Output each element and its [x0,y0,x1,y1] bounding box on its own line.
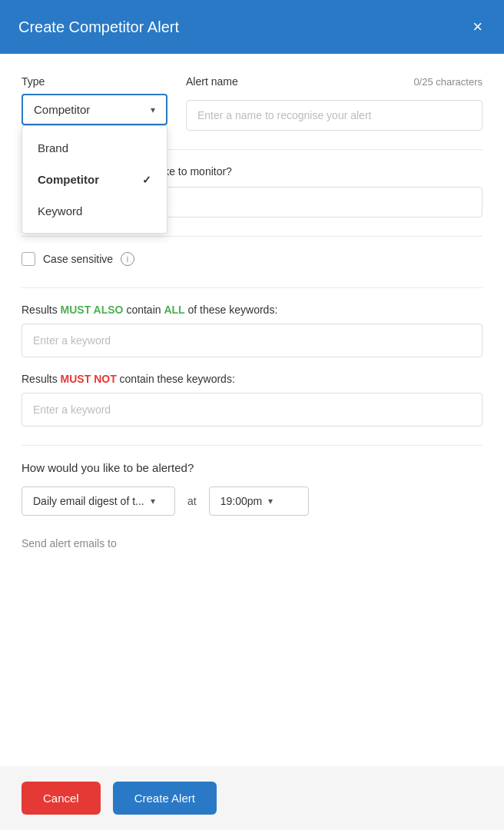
alert-method-row: Daily email digest of t... ▾ at 19:00pm … [22,486,482,516]
type-dropdown-menu: Brand Competitor ✓ Keyword [22,125,167,234]
alert-method-label: How would you like to be alerted? [22,461,482,474]
dropdown-item-keyword[interactable]: Keyword [22,195,167,227]
time-chevron-icon: ▾ [268,496,273,506]
digest-label: Daily email digest of t... [33,495,144,507]
alert-name-field-group: Alert name 0/25 characters [186,75,482,131]
dropdown-item-competitor[interactable]: Competitor ✓ [22,164,167,195]
divider-3 [22,287,482,288]
cancel-button[interactable]: Cancel [22,782,101,815]
at-label: at [187,495,197,507]
time-select-button[interactable]: 19:00pm ▾ [209,486,309,516]
dropdown-item-competitor-label: Competitor [38,173,99,186]
create-alert-button[interactable]: Create Alert [113,782,217,815]
dropdown-item-keyword-label: Keyword [38,204,82,217]
send-to-label: Send alert emails to [22,537,482,549]
check-icon: ✓ [142,174,151,186]
modal-title: Create Competitor Alert [18,18,179,36]
type-select-wrapper: Competitor ▾ Brand Competitor ✓ Ke [22,94,167,125]
alert-name-input[interactable] [186,100,482,131]
modal-body: Type Competitor ▾ Brand Competitor ✓ [0,54,504,766]
type-selected-value: Competitor [34,103,90,116]
alert-name-label: Alert name [186,75,238,88]
close-button[interactable]: × [469,15,486,38]
info-icon[interactable]: i [121,252,134,266]
case-sensitive-row: Case sensitive i [22,252,482,266]
modal-header: Create Competitor Alert × [0,0,504,54]
modal-container: Create Competitor Alert × Type Competito… [0,0,504,830]
modal-footer: Cancel Create Alert [0,766,504,830]
must-not-input[interactable] [22,393,482,427]
dropdown-item-brand-label: Brand [38,141,68,154]
must-also-label: Results MUST ALSO contain ALL of these k… [22,304,482,316]
digest-chevron-icon: ▾ [151,496,155,506]
case-sensitive-label: Case sensitive [43,253,113,265]
must-not-label: Results MUST NOT contain these keywords: [22,373,482,385]
must-also-input[interactable] [22,324,482,357]
case-sensitive-checkbox[interactable] [22,252,35,266]
type-select-button[interactable]: Competitor ▾ [22,94,167,125]
dropdown-item-brand[interactable]: Brand [22,132,167,164]
char-count: 0/25 characters [413,76,482,88]
type-label: Type [22,75,167,88]
divider-4 [22,445,482,446]
time-label: 19:00pm [220,495,262,507]
type-alert-name-row: Type Competitor ▾ Brand Competitor ✓ [22,75,482,131]
digest-select-button[interactable]: Daily email digest of t... ▾ [22,486,175,516]
type-field-group: Type Competitor ▾ Brand Competitor ✓ [22,75,167,125]
type-chevron-icon: ▾ [151,105,155,115]
divider-2 [22,236,482,237]
